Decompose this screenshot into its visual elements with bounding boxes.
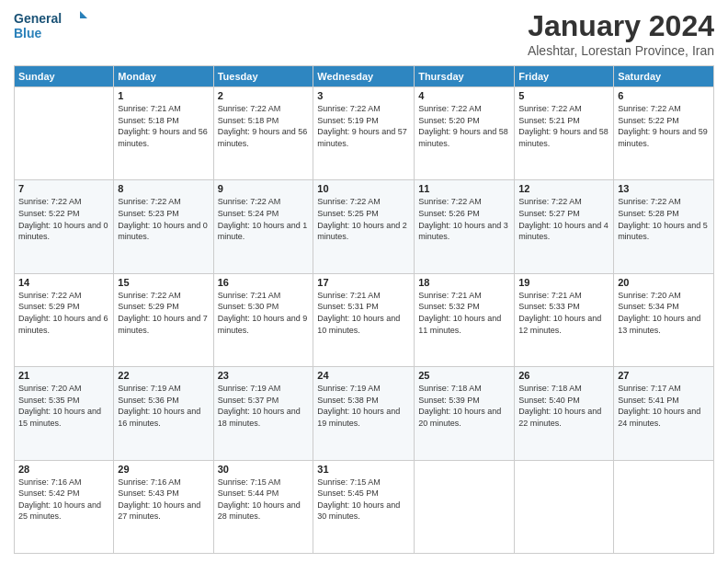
day-info: Sunrise: 7:16 AMSunset: 5:43 PMDaylight:…: [118, 477, 209, 523]
col-wednesday: Wednesday: [313, 66, 415, 87]
day-info: Sunrise: 7:20 AMSunset: 5:35 PMDaylight:…: [18, 383, 109, 429]
table-row: 29Sunrise: 7:16 AMSunset: 5:43 PMDayligh…: [114, 460, 213, 553]
sunrise-text: Sunrise: 7:22 AM: [418, 196, 510, 208]
daylight-text: Daylight: 10 hours and 30 minutes.: [317, 500, 410, 523]
day-info: Sunrise: 7:22 AMSunset: 5:27 PMDaylight:…: [518, 196, 609, 242]
day-number: 26: [518, 370, 609, 381]
sunset-text: Sunset: 5:22 PM: [618, 115, 710, 127]
table-row: 21Sunrise: 7:20 AMSunset: 5:35 PMDayligh…: [15, 367, 114, 460]
sunrise-text: Sunrise: 7:22 AM: [618, 103, 710, 115]
sunset-text: Sunset: 5:45 PM: [317, 488, 410, 500]
calendar-header-row: Sunday Monday Tuesday Wednesday Thursday…: [15, 66, 714, 87]
sunrise-text: Sunrise: 7:16 AM: [18, 477, 109, 488]
table-row: 16Sunrise: 7:21 AMSunset: 5:30 PMDayligh…: [213, 273, 313, 366]
sunrise-text: Sunrise: 7:22 AM: [618, 196, 710, 208]
sunset-text: Sunset: 5:31 PM: [317, 301, 410, 313]
daylight-text: Daylight: 10 hours and 1 minute.: [218, 220, 310, 243]
table-row: 4Sunrise: 7:22 AMSunset: 5:20 PMDaylight…: [415, 87, 515, 180]
sunset-text: Sunset: 5:27 PM: [518, 208, 609, 220]
month-title: January 2024: [528, 9, 714, 43]
day-number: 1: [118, 90, 209, 101]
logo: General Blue: [14, 9, 87, 42]
sunset-text: Sunset: 5:29 PM: [118, 301, 209, 313]
sunrise-text: Sunrise: 7:19 AM: [118, 383, 209, 395]
table-row: 28Sunrise: 7:16 AMSunset: 5:42 PMDayligh…: [15, 460, 114, 553]
daylight-text: Daylight: 10 hours and 25 minutes.: [18, 500, 109, 523]
day-number: 25: [418, 370, 510, 381]
day-info: Sunrise: 7:22 AMSunset: 5:19 PMDaylight:…: [317, 103, 410, 149]
sunrise-text: Sunrise: 7:20 AM: [618, 290, 710, 302]
day-info: Sunrise: 7:22 AMSunset: 5:23 PMDaylight:…: [118, 196, 209, 242]
sunrise-text: Sunrise: 7:22 AM: [518, 103, 609, 115]
sunset-text: Sunset: 5:39 PM: [418, 395, 510, 407]
sunset-text: Sunset: 5:40 PM: [518, 395, 609, 407]
day-number: 2: [218, 90, 310, 101]
title-block: January 2024 Aleshtar, Lorestan Province…: [528, 9, 714, 58]
sunrise-text: Sunrise: 7:19 AM: [218, 383, 310, 395]
col-sunday: Sunday: [15, 66, 114, 87]
table-row: 13Sunrise: 7:22 AMSunset: 5:28 PMDayligh…: [614, 180, 714, 273]
day-number: 31: [317, 464, 410, 475]
col-monday: Monday: [114, 66, 213, 87]
daylight-text: Daylight: 10 hours and 0 minutes.: [118, 220, 209, 243]
sunrise-text: Sunrise: 7:22 AM: [18, 290, 109, 302]
daylight-text: Daylight: 10 hours and 13 minutes.: [618, 313, 710, 336]
sunset-text: Sunset: 5:36 PM: [118, 395, 209, 407]
sunset-text: Sunset: 5:21 PM: [518, 115, 609, 127]
table-row: 26Sunrise: 7:18 AMSunset: 5:40 PMDayligh…: [515, 367, 614, 460]
daylight-text: Daylight: 10 hours and 22 minutes.: [518, 406, 609, 429]
day-info: Sunrise: 7:22 AMSunset: 5:20 PMDaylight:…: [418, 103, 510, 149]
day-number: 13: [618, 183, 710, 194]
col-thursday: Thursday: [415, 66, 515, 87]
day-number: 17: [317, 277, 410, 288]
daylight-text: Daylight: 9 hours and 56 minutes.: [118, 126, 209, 149]
sunrise-text: Sunrise: 7:15 AM: [317, 477, 410, 488]
day-number: 5: [518, 90, 609, 101]
day-number: 24: [317, 370, 410, 381]
daylight-text: Daylight: 10 hours and 2 minutes.: [317, 220, 410, 243]
sunset-text: Sunset: 5:33 PM: [518, 301, 609, 313]
day-number: 20: [618, 277, 710, 288]
table-row: 1Sunrise: 7:21 AMSunset: 5:18 PMDaylight…: [114, 87, 213, 180]
sunrise-text: Sunrise: 7:22 AM: [418, 103, 510, 115]
sunrise-text: Sunrise: 7:17 AM: [618, 383, 710, 395]
daylight-text: Daylight: 10 hours and 24 minutes.: [618, 406, 710, 429]
day-info: Sunrise: 7:20 AMSunset: 5:34 PMDaylight:…: [618, 290, 710, 336]
sunrise-text: Sunrise: 7:18 AM: [518, 383, 609, 395]
table-row: 22Sunrise: 7:19 AMSunset: 5:36 PMDayligh…: [114, 367, 213, 460]
daylight-text: Daylight: 10 hours and 18 minutes.: [218, 406, 310, 429]
sunrise-text: Sunrise: 7:21 AM: [317, 290, 410, 302]
sunset-text: Sunset: 5:20 PM: [418, 115, 510, 127]
calendar-week-row: 28Sunrise: 7:16 AMSunset: 5:42 PMDayligh…: [15, 460, 714, 553]
day-info: Sunrise: 7:18 AMSunset: 5:40 PMDaylight:…: [518, 383, 609, 429]
sunset-text: Sunset: 5:18 PM: [118, 115, 209, 127]
daylight-text: Daylight: 10 hours and 16 minutes.: [118, 406, 209, 429]
day-info: Sunrise: 7:22 AMSunset: 5:28 PMDaylight:…: [618, 196, 710, 242]
logo-svg: General Blue: [14, 9, 87, 42]
col-saturday: Saturday: [614, 66, 714, 87]
day-info: Sunrise: 7:21 AMSunset: 5:33 PMDaylight:…: [518, 290, 609, 336]
day-number: 18: [418, 277, 510, 288]
sunset-text: Sunset: 5:26 PM: [418, 208, 510, 220]
day-number: 27: [618, 370, 710, 381]
daylight-text: Daylight: 10 hours and 5 minutes.: [618, 220, 710, 243]
table-row: 23Sunrise: 7:19 AMSunset: 5:37 PMDayligh…: [213, 367, 313, 460]
sunset-text: Sunset: 5:41 PM: [618, 395, 710, 407]
day-number: 23: [218, 370, 310, 381]
table-row: 31Sunrise: 7:15 AMSunset: 5:45 PMDayligh…: [313, 460, 415, 553]
day-number: 12: [518, 183, 609, 194]
daylight-text: Daylight: 10 hours and 4 minutes.: [518, 220, 609, 243]
day-info: Sunrise: 7:19 AMSunset: 5:36 PMDaylight:…: [118, 383, 209, 429]
day-info: Sunrise: 7:21 AMSunset: 5:30 PMDaylight:…: [218, 290, 310, 336]
day-number: 6: [618, 90, 710, 101]
sunset-text: Sunset: 5:29 PM: [18, 301, 109, 313]
sunset-text: Sunset: 5:22 PM: [18, 208, 109, 220]
table-row: 9Sunrise: 7:22 AMSunset: 5:24 PMDaylight…: [213, 180, 313, 273]
sunset-text: Sunset: 5:37 PM: [218, 395, 310, 407]
table-row: 19Sunrise: 7:21 AMSunset: 5:33 PMDayligh…: [515, 273, 614, 366]
day-number: 4: [418, 90, 510, 101]
day-info: Sunrise: 7:17 AMSunset: 5:41 PMDaylight:…: [618, 383, 710, 429]
day-number: 29: [118, 464, 209, 475]
sunset-text: Sunset: 5:23 PM: [118, 208, 209, 220]
day-number: 3: [317, 90, 410, 101]
